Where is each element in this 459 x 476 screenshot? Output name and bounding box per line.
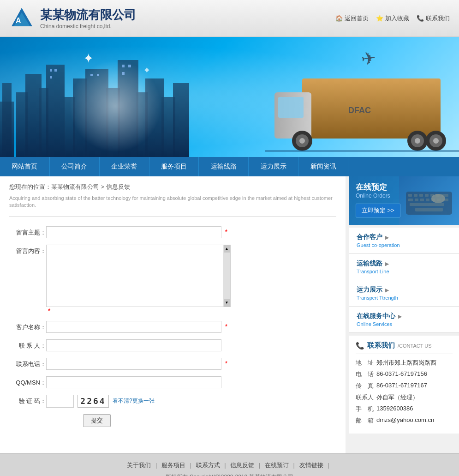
top-nav-home[interactable]: 🏠 返回首页 xyxy=(335,14,369,23)
captcha-input[interactable] xyxy=(46,395,74,408)
contact-row-4: 手 机 13592600386 xyxy=(356,405,453,413)
contact-key-3: 联系人 xyxy=(356,393,376,402)
svg-rect-28 xyxy=(278,97,304,118)
sidebar-link-en-1: Transport Line xyxy=(357,269,452,274)
qq-input[interactable] xyxy=(46,376,221,388)
captcha-refresh-link[interactable]: 看不清?更换一张 xyxy=(113,397,155,405)
customer-field: * xyxy=(46,321,336,333)
svg-text:A: A xyxy=(16,17,21,24)
banner-city-svg xyxy=(0,55,277,157)
footer-link-3[interactable]: 信息反馈 xyxy=(230,462,254,469)
nav-item-about[interactable]: 公司简介 xyxy=(50,157,100,176)
footer-link-4[interactable]: 在线预订 xyxy=(265,462,289,469)
phone-label: 联系电话： xyxy=(9,358,46,368)
svg-point-38 xyxy=(433,138,439,144)
online-order-subtitle: Online Orders xyxy=(356,193,453,199)
content-field: ▲ ▼ * xyxy=(46,245,336,314)
footer-link-1[interactable]: 服务项目 xyxy=(161,462,185,469)
contact-row-0: 地 址 郑州市郑上路西岗路西 xyxy=(356,359,453,367)
customer-input[interactable] xyxy=(46,321,221,333)
contact-row-1: 电 话 86-0371-67197156 xyxy=(356,370,453,379)
sidebar-link-cn-3: 在线服务中心 xyxy=(357,312,452,320)
sidebar-link-en-3: Online Services xyxy=(357,321,452,327)
content-divider xyxy=(9,217,336,217)
form-row-qq: QQ/MSN： xyxy=(9,376,336,388)
sidebar-link-cn-0: 合作客户 xyxy=(357,233,452,241)
footer-sep-1: | xyxy=(190,462,191,469)
form-row-submit: 提交 xyxy=(9,414,336,427)
footer-copyright: 版权所有 Copyright(C)2009-2010 某某物流有限公司 xyxy=(0,473,459,476)
sidebar: 在线预定 Online Orders 立即预定 >> 合作客户 Guest co… xyxy=(349,176,459,453)
footer-link-2[interactable]: 联系方式 xyxy=(196,462,220,469)
contact-key-1: 电 话 xyxy=(356,370,376,379)
submit-button[interactable]: 提交 xyxy=(83,414,111,427)
contact-val-5: dmzs@yahoo.com.cn xyxy=(376,416,434,425)
svg-rect-25 xyxy=(97,74,99,76)
top-nav-favorites[interactable]: ⭐ 加入收藏 xyxy=(376,14,409,23)
company-subtitle: China domestic freight co,ltd. xyxy=(40,23,136,30)
nav-item-news[interactable]: 新闻资讯 xyxy=(298,157,348,176)
sidebar-link-cn-2: 运力展示 xyxy=(357,286,452,294)
form-row-subject: 留言主题： * xyxy=(9,226,336,238)
sidebar-link-1[interactable]: 运输线路 Transport Line xyxy=(349,254,459,280)
sidebar-link-cn-1: 运输线路 xyxy=(357,259,452,268)
form-row-captcha: 验 证 码： 2264 看不清?更换一张 xyxy=(9,395,336,408)
phone-input[interactable] xyxy=(46,358,221,370)
svg-rect-23 xyxy=(122,72,125,75)
subject-field: * xyxy=(46,226,336,238)
contact-title-cn: 联系我们 xyxy=(367,341,395,350)
svg-rect-21 xyxy=(122,65,125,67)
scrollbar-track: ▲ ▼ xyxy=(223,245,230,307)
contact-key-4: 手 机 xyxy=(356,405,376,413)
logo-area: A 某某物流有限公司 China domestic freight co,ltd… xyxy=(9,6,136,31)
sidebar-contact: 📞 联系我们 /CONTACT US 地 址 郑州市郑上路西岗路西 电 话 86… xyxy=(349,336,459,434)
footer-sep-0: | xyxy=(155,462,157,469)
svg-rect-8 xyxy=(46,65,65,157)
logo-text: 某某物流有限公司 China domestic freight co,ltd. xyxy=(40,7,136,30)
sidebar-link-2[interactable]: 运力展示 Transpcrt Ttrength xyxy=(349,280,459,307)
sidebar-link-0[interactable]: 合作客户 Guest co-operation xyxy=(349,228,459,254)
footer-link-0[interactable]: 关于我们 xyxy=(127,462,151,469)
footer: 关于我们 | 服务项目 | 联系方式 | 信息反馈 | 在线预订 | 友情链接 … xyxy=(0,453,459,476)
header: A 某某物流有限公司 China domestic freight co,ltd… xyxy=(0,0,459,37)
content-textarea[interactable] xyxy=(47,245,230,307)
svg-point-32 xyxy=(299,138,305,144)
nav-item-home[interactable]: 网站首页 xyxy=(0,157,50,176)
svg-rect-39 xyxy=(265,150,459,152)
sidebar-link-en-0: Guest co-operation xyxy=(357,242,452,248)
sidebar-link-3[interactable]: 在线服务中心 Online Services xyxy=(349,307,459,333)
contact-input[interactable] xyxy=(46,339,221,351)
contact-title-en: /CONTACT US xyxy=(398,343,432,349)
nav-right-placeholder xyxy=(348,157,459,176)
logo-icon: A xyxy=(9,6,35,31)
captcha-image: 2264 xyxy=(77,395,109,408)
nav-item-capacity[interactable]: 运力展示 xyxy=(249,157,298,176)
contact-val-2: 86-0371-67197167 xyxy=(376,382,427,390)
subject-input[interactable] xyxy=(46,226,221,238)
nav-wrapper: 网站首页 公司简介 企业荣誉 服务项目 运输线路 运力展示 新闻资讯 xyxy=(0,157,459,176)
customer-label: 客户名称： xyxy=(9,321,46,331)
form-row-contact: 联 系 人： xyxy=(9,339,336,351)
qq-field xyxy=(46,376,336,388)
main-wrapper: 您现在的位置：某某物流有限公司 > 信息反馈 Acquiring and abs… xyxy=(0,176,459,453)
nav-item-routes[interactable]: 运输线路 xyxy=(199,157,249,176)
online-order-button[interactable]: 立即预定 >> xyxy=(356,204,400,217)
banner: ✈ ✦ ✦ DFAC xyxy=(0,37,459,157)
footer-sep-5: | xyxy=(328,462,329,469)
top-nav-contact[interactable]: 📞 联系我们 xyxy=(417,14,450,23)
main-nav: 网站首页 公司简介 企业荣誉 服务项目 运输线路 运力展示 新闻资讯 xyxy=(0,157,348,176)
content-label: 留言内容： xyxy=(9,245,46,255)
sidebar-link-en-2: Transpcrt Ttrength xyxy=(357,295,452,301)
company-name: 某某物流有限公司 xyxy=(40,7,136,23)
svg-rect-15 xyxy=(145,78,164,157)
form-row-phone: 联系电话： * xyxy=(9,358,336,370)
nav-item-services[interactable]: 服务项目 xyxy=(149,157,199,176)
scrollbar-down-btn[interactable]: ▼ xyxy=(224,299,230,307)
scrollbar-up-btn[interactable]: ▲ xyxy=(224,245,230,253)
submit-field: 提交 xyxy=(46,414,336,427)
form-row-customer: 客户名称： * xyxy=(9,321,336,333)
footer-link-5[interactable]: 友情链接 xyxy=(299,462,323,469)
form-row-content: 留言内容： ▲ ▼ * xyxy=(9,245,336,314)
svg-rect-18 xyxy=(50,69,52,72)
nav-item-honor[interactable]: 企业荣誉 xyxy=(100,157,149,176)
